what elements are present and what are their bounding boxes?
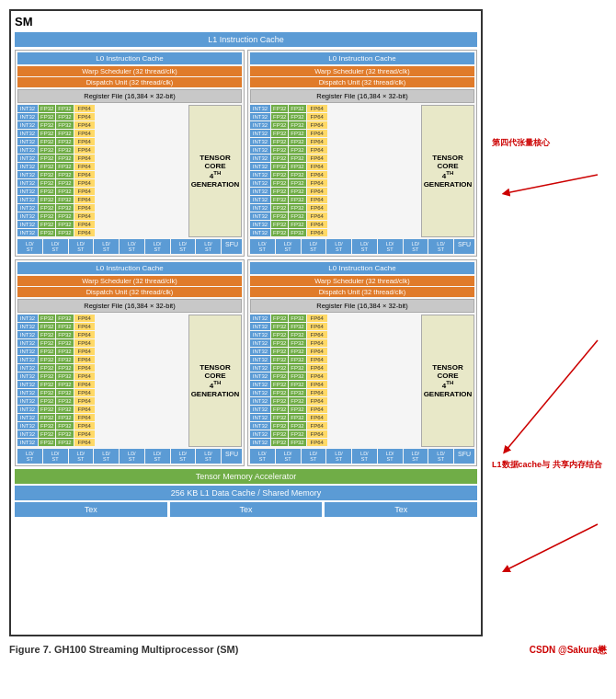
svg-line-1 <box>506 175 598 193</box>
sfu-tr: SFU <box>454 239 474 254</box>
right-annotations: 第四代张量核心 L1数据cache与 共享内存结合 <box>487 9 607 636</box>
l0-cache-tr: L0 Instruction Cache <box>250 52 474 64</box>
cores-grid-bl: INT32FP32FP32FP64 INT32FP32FP32FP64 INT3… <box>17 315 187 447</box>
annotation-arrows <box>487 9 607 635</box>
l1-instruction-cache: L1 Instruction Cache <box>15 32 477 47</box>
quadrant-top-left: L0 Instruction Cache Warp Scheduler (32 … <box>15 50 245 257</box>
dispatch-unit-br: Dispatch Unit (32 thread/clk) <box>250 287 474 297</box>
figure-caption: Figure 7. GH100 Streaming Multiprocessor… <box>9 644 607 655</box>
quadrant-bottom-right: L0 Instruction Cache Warp Scheduler (32 … <box>247 259 477 466</box>
cores-grid-br: INT32FP32FP32FP64 INT32FP32FP32FP64 INT3… <box>250 315 419 447</box>
register-file-br: Register File (16,384 × 32-bit) <box>250 299 474 313</box>
csdn-credit: CSDN @Sakura懋 <box>530 644 607 657</box>
cores-grid-tl: INT32FP32FP32FP64 INT32FP32FP32FP64 INT3… <box>17 105 187 237</box>
sfu-tl: SFU <box>222 239 242 254</box>
tensor-core-tl: TENSOR CORE 4TH GENERATION <box>188 105 242 237</box>
quadrant-top-right: L0 Instruction Cache Warp Scheduler (32 … <box>247 50 477 257</box>
warp-scheduler-br: Warp Scheduler (32 thread/clk) <box>250 276 474 286</box>
svg-line-3 <box>506 524 598 570</box>
register-file-bl: Register File (16,384 × 32-bit) <box>17 299 242 313</box>
page: SM L1 Instruction Cache L0 Instruction C… <box>0 0 616 699</box>
tex-1: Tex <box>15 502 167 517</box>
warp-scheduler-tr: Warp Scheduler (32 thread/clk) <box>250 66 474 76</box>
quadrants: L0 Instruction Cache Warp Scheduler (32 … <box>15 50 477 466</box>
ld-sfu-bl: LD/ST LD/ST LD/ST LD/ST LD/ST LD/ST LD/S… <box>17 449 242 464</box>
warp-scheduler-bl: Warp Scheduler (32 thread/clk) <box>17 276 242 286</box>
figure-number: Figure 7. <box>9 644 51 655</box>
annotation-fourth-gen: 第四代张量核心 <box>492 138 550 149</box>
register-file-tl: Register File (16,384 × 32-bit) <box>17 89 242 103</box>
warp-scheduler-tl: Warp Scheduler (32 thread/clk) <box>17 66 242 76</box>
sm-title: SM <box>15 15 477 29</box>
register-file-tr: Register File (16,384 × 32-bit) <box>250 89 474 103</box>
l1-data-cache: 256 KB L1 Data Cache / Shared Memory <box>15 486 477 500</box>
l0-cache-tl: L0 Instruction Cache <box>17 52 242 64</box>
cores-grid-tr: INT32FP32FP32FP64 INT32FP32FP32FP64 INT3… <box>250 105 419 237</box>
dispatch-unit-tr: Dispatch Unit (32 thread/clk) <box>250 77 474 87</box>
l0-cache-br: L0 Instruction Cache <box>250 262 474 274</box>
tensor-core-bl: TENSOR CORE 4TH GENERATION <box>188 315 242 447</box>
figure-title: GH100 Streaming Multiprocessor (SM) <box>54 644 239 655</box>
dispatch-unit-tl: Dispatch Unit (32 thread/clk) <box>17 77 242 87</box>
ld-sfu-tl: LD/ST LD/ST LD/ST LD/ST LD/ST LD/ST LD/S… <box>17 239 242 254</box>
core-area-tl: INT32FP32FP32FP64 INT32FP32FP32FP64 INT3… <box>17 105 242 237</box>
core-area-br: INT32FP32FP32FP64 INT32FP32FP32FP64 INT3… <box>250 315 474 447</box>
tex-2: Tex <box>170 502 323 517</box>
svg-line-2 <box>506 340 598 451</box>
l0-cache-bl: L0 Instruction Cache <box>17 262 242 274</box>
ld-sfu-br: LD/ST LD/ST LD/ST LD/ST LD/ST LD/ST LD/S… <box>250 449 474 464</box>
quadrant-bottom-left: L0 Instruction Cache Warp Scheduler (32 … <box>15 259 245 466</box>
core-area-bl: INT32FP32FP32FP64 INT32FP32FP32FP64 INT3… <box>17 315 242 447</box>
sfu-br: SFU <box>454 449 474 464</box>
sfu-bl: SFU <box>222 449 242 464</box>
sm-diagram: SM L1 Instruction Cache L0 Instruction C… <box>9 9 483 636</box>
tex-3: Tex <box>325 502 477 517</box>
core-area-tr: INT32FP32FP32FP64 INT32FP32FP32FP64 INT3… <box>250 105 474 237</box>
tensor-core-tr: TENSOR CORE 4TH GENERATION <box>421 105 474 237</box>
tensor-memory-accelerator: Tensor Memory Accelerator <box>15 469 477 484</box>
ld-sfu-tr: LD/ST LD/ST LD/ST LD/ST LD/ST LD/ST LD/S… <box>250 239 474 254</box>
dispatch-unit-bl: Dispatch Unit (32 thread/clk) <box>17 287 242 297</box>
content-area: SM L1 Instruction Cache L0 Instruction C… <box>9 9 607 636</box>
tex-row: Tex Tex Tex <box>15 502 477 517</box>
bottom-section: Tensor Memory Accelerator 256 KB L1 Data… <box>15 469 477 517</box>
annotation-l1-cache: L1数据cache与 共享内存结合 <box>492 460 602 471</box>
tensor-core-br: TENSOR CORE 4TH GENERATION <box>421 315 474 447</box>
